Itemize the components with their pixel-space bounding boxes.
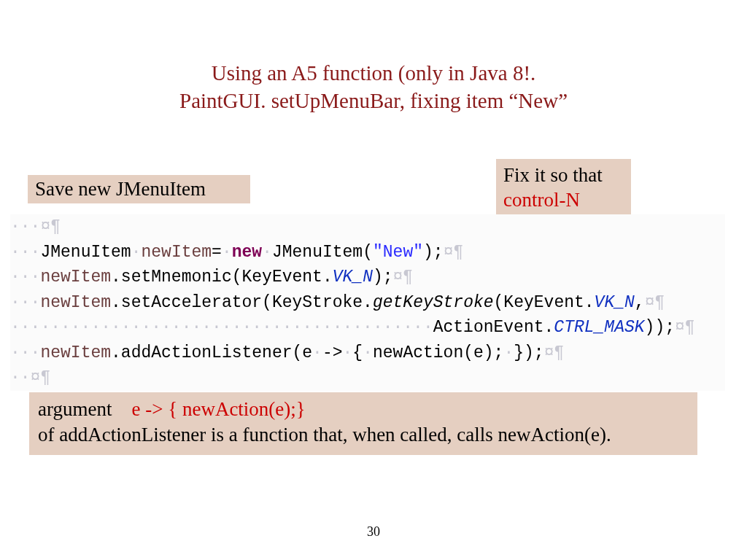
title-line-1: Using an A5 function (only in Java 8!. [0,60,747,88]
slide-title: Using an A5 function (only in Java 8!. P… [0,60,747,114]
arg-label: argument [38,398,112,420]
fix-line1: Fix it so that [503,164,603,186]
code-block: ···¤¶ ···JMenuItem·newItem=·new·JMenuIte… [10,214,725,391]
fix-highlight: control-N [503,189,580,211]
save-box: Save new JMenuItem [28,175,250,203]
arg-code: e -> { newAction(e);} [131,398,305,420]
arg-rest: of addActionListener is a function that,… [38,424,611,446]
title-line-2: PaintGUI. setUpMenuBar, fixing item “New… [0,88,747,115]
page-number: 30 [0,524,747,540]
explanation-box: argument e -> { newAction(e);} of addAct… [29,392,697,455]
